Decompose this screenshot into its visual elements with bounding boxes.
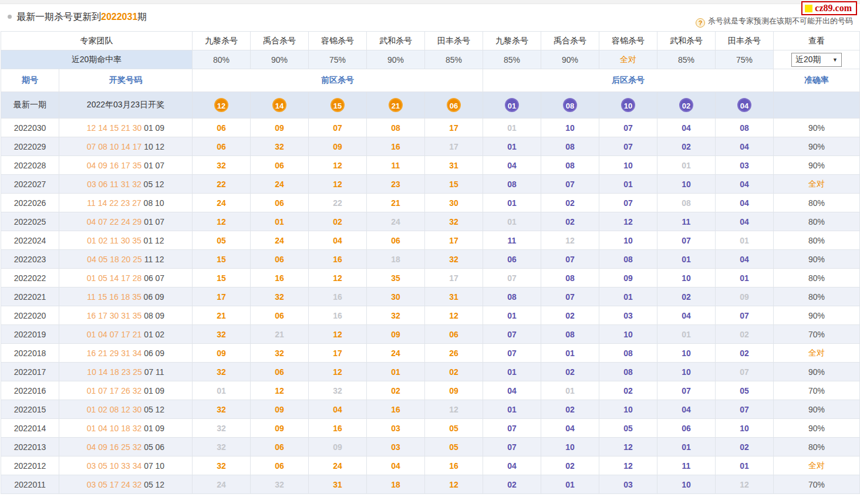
front-kill-cell: 02 [425, 363, 483, 381]
hit-rate-value: 90% [367, 50, 425, 69]
back-kill-cell: 07 [483, 325, 541, 344]
title-period-number: 2022031 [101, 12, 137, 22]
draw-front-numbers: 01 02 11 30 35 [87, 236, 141, 245]
kill-number-table: 专家团队 九黎杀号 禹合杀号 容锦杀号 武和杀号 田丰杀号 九黎杀号 禹合杀号 … [1, 31, 860, 494]
back-kill-cell: 04 [716, 194, 774, 212]
table-row: 202201710 14 18 23 25 07 113206120102010… [1, 363, 860, 381]
back-kill-cell: 05 [599, 419, 657, 438]
front-kill-cell: 32 [251, 137, 309, 156]
back-kill-cell: 01 [483, 119, 541, 137]
back-kill-cell: 01 [716, 231, 774, 250]
latest-back-kill-cell: 01 [483, 92, 541, 119]
back-kill-cell: 02 [716, 325, 774, 344]
back-kill-cell: 01 [657, 325, 716, 344]
front-kill-cell: 06 [251, 194, 309, 212]
front-kill-cell: 15 [193, 250, 251, 269]
expert-header-row: 专家团队 九黎杀号 禹合杀号 容锦杀号 武和杀号 田丰杀号 九黎杀号 禹合杀号 … [1, 32, 860, 50]
front-kill-cell: 32 [193, 438, 251, 456]
kill-ball-front: 06 [447, 98, 461, 112]
period-cell: 2022021 [1, 287, 59, 306]
kill-ball-back: 08 [563, 98, 577, 112]
table-row: 202201901 04 07 17 21 01 023221120906070… [1, 325, 860, 344]
question-mark-icon[interactable]: ? [696, 18, 705, 28]
table-row: 202201601 07 17 26 32 01 090112320209040… [1, 381, 860, 400]
draw-numbers-cell: 01 07 17 26 32 01 09 [59, 381, 193, 400]
back-kill-cell: 04 [541, 419, 599, 438]
front-kill-cell: 32 [251, 287, 309, 306]
table-row: 202202304 05 18 20 25 11 121506161832060… [1, 250, 860, 269]
draw-front-numbers: 03 05 10 33 34 [87, 461, 141, 471]
front-kill-cell: 32 [193, 419, 251, 438]
front-kill-cell: 32 [193, 456, 251, 475]
period-cell: 2022022 [1, 269, 59, 287]
draw-numbers-cell: 04 09 16 25 32 05 06 [59, 438, 193, 456]
period-cell: 2022024 [1, 231, 59, 250]
back-kill-cell: 04 [716, 212, 774, 231]
hit-rate-value: 全对 [599, 50, 657, 69]
back-kill-cell: 08 [483, 287, 541, 306]
front-kill-cell: 30 [425, 194, 483, 212]
back-kill-cell: 07 [483, 419, 541, 438]
hit-rate-value: 80% [193, 50, 251, 69]
draw-front-numbers: 01 04 07 17 21 [87, 330, 141, 339]
page-header: 最新一期杀号更新到2022031期 ?杀号就是专家预测在该期不可能开出的号码 c… [0, 4, 860, 31]
range-select[interactable]: 近20期 ▼ [791, 53, 842, 67]
latest-back-kill-cell: 04 [716, 92, 774, 119]
draw-header: 开奖号码 [59, 69, 193, 92]
back-kill-cell: 08 [541, 137, 599, 156]
front-kill-cell: 32 [193, 400, 251, 419]
hit-rate-value: 85% [425, 50, 483, 69]
accuracy-cell: 90% [774, 119, 860, 137]
front-kill-cell: 32 [367, 306, 425, 325]
draw-front-numbers: 16 17 30 31 35 [87, 311, 141, 320]
accuracy-cell: 80% [774, 231, 860, 250]
front-kill-cell: 12 [251, 381, 309, 400]
draw-back-numbers: 01 09 [144, 386, 164, 395]
draw-numbers-cell: 07 08 10 14 17 10 12 [59, 137, 193, 156]
draw-front-numbers: 01 04 10 18 32 [87, 424, 141, 433]
table-row: 202202907 08 10 14 17 10 120632091617010… [1, 137, 860, 156]
front-kill-cell: 24 [251, 175, 309, 194]
front-kill-cell: 16 [367, 400, 425, 419]
period-cell: 2022029 [1, 137, 59, 156]
zone-header-row: 期号 开奖号码 前区杀号 后区杀号 准确率 [1, 69, 860, 92]
range-select-value: 近20期 [795, 55, 821, 65]
draw-numbers-cell: 10 14 18 23 25 07 11 [59, 363, 193, 381]
expert-column-header: 禹合杀号 [251, 32, 309, 50]
front-kill-cell: 24 [309, 456, 367, 475]
table-row: 202202401 02 11 30 35 01 120524040617111… [1, 231, 860, 250]
period-cell: 2022025 [1, 212, 59, 231]
back-kill-cell: 01 [599, 175, 657, 194]
front-kill-cell: 22 [309, 194, 367, 212]
range-select-cell: 近20期 ▼ [774, 50, 860, 69]
period-cell: 2022028 [1, 156, 59, 175]
front-kill-cell: 21 [193, 306, 251, 325]
draw-numbers-cell: 16 21 29 31 34 06 09 [59, 344, 193, 363]
front-kill-cell: 05 [425, 438, 483, 456]
period-cell: 2022012 [1, 456, 59, 475]
front-kill-cell: 32 [309, 381, 367, 400]
back-kill-cell: 07 [657, 381, 716, 400]
accuracy-header: 准确率 [774, 69, 860, 92]
front-kill-cell: 02 [367, 381, 425, 400]
front-kill-cell: 31 [309, 475, 367, 494]
front-kill-cell: 07 [309, 119, 367, 137]
period-cell: 2022014 [1, 419, 59, 438]
front-zone-header: 前区杀号 [193, 69, 483, 92]
back-kill-cell: 01 [716, 456, 774, 475]
back-kill-cell: 08 [599, 363, 657, 381]
back-kill-cell: 07 [483, 269, 541, 287]
period-cell: 2022020 [1, 306, 59, 325]
latest-front-kill-cell: 15 [309, 92, 367, 119]
draw-back-numbers: 05 06 [144, 442, 164, 452]
front-kill-cell: 06 [251, 156, 309, 175]
front-kill-cell: 09 [251, 419, 309, 438]
bullet-icon [8, 15, 12, 19]
accuracy-cell: 90% [774, 419, 860, 438]
draw-front-numbers: 04 05 18 20 25 [87, 255, 141, 264]
back-kill-cell: 01 [483, 306, 541, 325]
back-zone-header: 后区杀号 [483, 69, 774, 92]
draw-front-numbers: 03 06 11 31 32 [87, 180, 141, 189]
site-logo[interactable]: cz89.com [801, 1, 857, 15]
back-kill-cell: 08 [657, 194, 716, 212]
